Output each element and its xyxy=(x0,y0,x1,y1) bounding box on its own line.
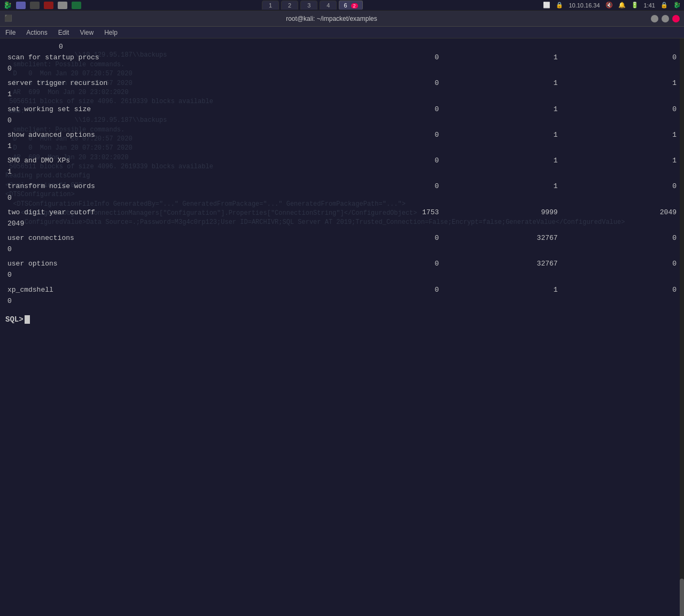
mute-icon[interactable]: 🔇 xyxy=(605,2,613,9)
row-name: two digit year cutoff xyxy=(5,207,322,219)
table-row: show advanced options 0 1 1 xyxy=(5,129,679,141)
table-row-sub: 2049 xyxy=(5,219,679,232)
config-table: scan for startup procs 0 1 0 0 server tr… xyxy=(5,52,679,310)
row-col2: 0 xyxy=(322,104,441,115)
terminal-area[interactable]: \\10.129.95.187\\backups smbclient: Poss… xyxy=(0,38,684,616)
table-row-sub: 1 xyxy=(5,141,679,155)
terminal-active-icon[interactable] xyxy=(72,2,81,9)
workspace-tab-3[interactable]: 3 xyxy=(300,1,317,10)
table-row: user connections 0 32767 0 xyxy=(5,232,679,244)
maximize-button[interactable] xyxy=(662,15,669,22)
window-controls: ⬛ xyxy=(4,14,12,22)
menu-view[interactable]: View xyxy=(80,29,94,36)
row-sub-val: 0 xyxy=(5,296,679,310)
table-row-sub: 1 xyxy=(5,89,679,103)
row-col4: 2049 xyxy=(560,207,679,219)
close-button[interactable] xyxy=(672,15,680,22)
workspace-tab-2[interactable]: 2 xyxy=(281,1,298,10)
workspace-tab-4[interactable]: 4 xyxy=(320,1,337,10)
row-name: user options xyxy=(5,258,322,270)
lock2-icon[interactable]: 🔒 xyxy=(660,2,668,9)
row-col4: 0 xyxy=(560,284,679,296)
row-col2: 0 xyxy=(322,77,441,89)
row-name: scan for startup procs xyxy=(5,52,322,64)
row-sub-val: 0 xyxy=(5,244,679,258)
table-row: user options 0 32767 0 xyxy=(5,258,679,270)
row-name: set working set size xyxy=(5,104,322,115)
system-bar: 🐉 1 2 3 4 6 2 ⬜ 🔒 10.10.16.34 🔇 🔔 🔋 1:41… xyxy=(0,0,684,11)
row-col2: 0 xyxy=(322,232,441,244)
app3-icon[interactable] xyxy=(44,2,53,9)
row-name: show advanced options xyxy=(5,129,322,141)
row-name: SMO and DMO XPs xyxy=(5,155,322,167)
row-col2: 0 xyxy=(322,155,441,167)
header-zero-value: 0 xyxy=(59,43,63,51)
row-sub-val: 0 xyxy=(5,64,679,77)
app1-icon[interactable] xyxy=(16,2,26,9)
table-row: set working set size 0 1 0 xyxy=(5,104,679,115)
app2-icon[interactable] xyxy=(30,2,40,9)
menu-actions[interactable]: Actions xyxy=(26,29,47,36)
row-col3: 1 xyxy=(441,155,559,167)
row-col4: 0 xyxy=(560,181,679,192)
window-title: root@kali: ~/impacket/examples xyxy=(286,15,377,22)
screen-icon[interactable]: ⬜ xyxy=(543,2,550,9)
table-row: transform noise words 0 1 0 xyxy=(5,181,679,192)
row-name: xp_cmdshell xyxy=(5,284,322,296)
row-sub-val: 0 xyxy=(5,270,679,284)
scrollbar-track[interactable] xyxy=(680,38,684,616)
row-col4: 1 xyxy=(560,129,679,141)
window-action-buttons xyxy=(651,15,680,22)
header-zero-row: 0 xyxy=(5,42,679,52)
window-icon: ⬛ xyxy=(4,14,12,22)
table-row: server trigger recursion 0 1 1 xyxy=(5,77,679,89)
row-col2: 0 xyxy=(322,284,441,296)
clock: 1:41 xyxy=(644,2,655,9)
minimize-button[interactable] xyxy=(651,15,658,22)
row-sub-val: 1 xyxy=(5,167,679,181)
sql-prompt[interactable]: SQL> xyxy=(5,315,679,324)
kali2-icon[interactable]: 🐉 xyxy=(673,2,681,9)
row-sub-val: 1 xyxy=(5,141,679,155)
table-row: two digit year cutoff 1753 9999 2049 xyxy=(5,207,679,219)
row-sub-val: 0 xyxy=(5,193,679,207)
workspace-tab-1[interactable]: 1 xyxy=(262,1,279,10)
row-col2: 0 xyxy=(322,129,441,141)
menu-help[interactable]: Help xyxy=(104,29,118,36)
row-col4: 0 xyxy=(560,104,679,115)
row-col4: 1 xyxy=(560,77,679,89)
row-col3: 1 xyxy=(441,181,559,192)
kali-icon[interactable]: 🐉 xyxy=(3,1,12,10)
row-col4: 1 xyxy=(560,155,679,167)
table-row: scan for startup procs 0 1 0 xyxy=(5,52,679,64)
row-col2: 0 xyxy=(322,258,441,270)
row-sub-val: 0 xyxy=(5,115,679,129)
row-sub-val: 1 xyxy=(5,89,679,103)
prompt-text: SQL> xyxy=(5,315,24,324)
row-col2: 1753 xyxy=(322,207,441,219)
lock-icon[interactable]: 🔒 xyxy=(556,2,563,9)
table-row: SMO and DMO XPs 0 1 1 xyxy=(5,155,679,167)
workspace-tabs: 1 2 3 4 6 2 xyxy=(260,0,365,11)
scrollbar-thumb[interactable] xyxy=(680,579,684,616)
table-row-sub: 0 xyxy=(5,244,679,258)
table-row-sub: 0 xyxy=(5,115,679,129)
table-row: xp_cmdshell 0 1 0 xyxy=(5,284,679,296)
workspace-tab-6[interactable]: 6 2 xyxy=(339,1,362,10)
row-col3: 1 xyxy=(441,129,559,141)
row-col3: 32767 xyxy=(441,258,559,270)
row-col4: 0 xyxy=(560,232,679,244)
bell-icon[interactable]: 🔔 xyxy=(618,2,626,9)
app4-icon[interactable] xyxy=(58,2,67,9)
table-row-sub: 0 xyxy=(5,296,679,310)
row-col3: 9999 xyxy=(441,207,559,219)
row-name: user connections xyxy=(5,232,322,244)
menu-file[interactable]: File xyxy=(5,29,15,36)
row-col2: 0 xyxy=(322,181,441,192)
tab-badge: 2 xyxy=(351,3,358,9)
menu-edit[interactable]: Edit xyxy=(58,29,69,36)
row-col2: 0 xyxy=(322,52,441,64)
table-row-sub: 0 xyxy=(5,270,679,284)
row-name: transform noise words xyxy=(5,181,322,192)
row-col4: 0 xyxy=(560,258,679,270)
